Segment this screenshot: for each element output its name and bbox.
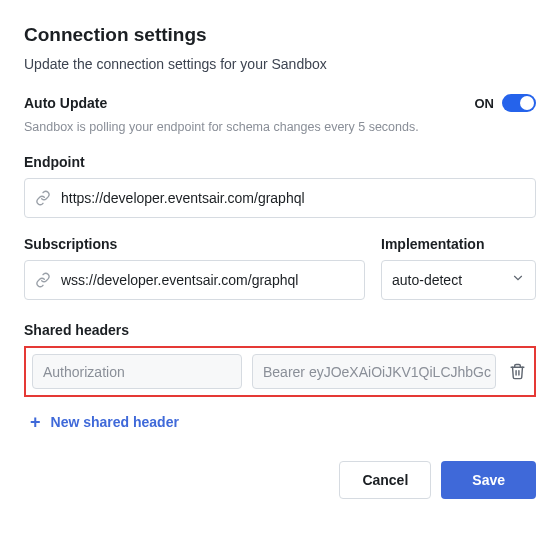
save-button[interactable]: Save	[441, 461, 536, 499]
auto-update-helper: Sandbox is polling your endpoint for sch…	[24, 120, 536, 134]
endpoint-label: Endpoint	[24, 154, 536, 170]
header-value-value: Bearer eyJOeXAiOiJKV1QiLCJhbGc	[263, 364, 491, 380]
auto-update-state: ON	[475, 96, 495, 111]
page-subtitle: Update the connection settings for your …	[24, 56, 536, 72]
header-key-value: Authorization	[43, 364, 125, 380]
header-value-input[interactable]: Bearer eyJOeXAiOiJKV1QiLCJhbGc	[252, 354, 496, 389]
shared-header-row-highlight: Authorization Bearer eyJOeXAiOiJKV1QiLCJ…	[24, 346, 536, 397]
auto-update-label: Auto Update	[24, 95, 107, 111]
link-icon	[35, 190, 51, 206]
add-shared-header-label: New shared header	[51, 414, 179, 430]
implementation-select[interactable]: auto-detect	[381, 260, 536, 300]
cancel-button[interactable]: Cancel	[339, 461, 431, 499]
header-key-input[interactable]: Authorization	[32, 354, 242, 389]
chevron-down-icon	[511, 271, 525, 289]
page-title: Connection settings	[24, 24, 536, 46]
endpoint-input[interactable]: https://developer.eventsair.com/graphql	[24, 178, 536, 218]
link-icon	[35, 272, 51, 288]
delete-header-button[interactable]	[506, 363, 528, 380]
implementation-label: Implementation	[381, 236, 536, 252]
endpoint-value: https://developer.eventsair.com/graphql	[61, 190, 525, 206]
add-shared-header-button[interactable]: + New shared header	[24, 413, 536, 431]
shared-headers-label: Shared headers	[24, 322, 536, 338]
implementation-value: auto-detect	[392, 272, 462, 288]
plus-icon: +	[30, 413, 41, 431]
subscriptions-value: wss://developer.eventsair.com/graphql	[61, 272, 354, 288]
subscriptions-label: Subscriptions	[24, 236, 365, 252]
subscriptions-input[interactable]: wss://developer.eventsair.com/graphql	[24, 260, 365, 300]
auto-update-toggle[interactable]	[502, 94, 536, 112]
